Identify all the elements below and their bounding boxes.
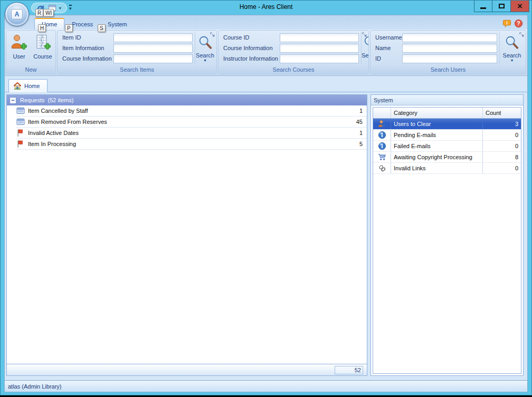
username-input[interactable] (402, 33, 497, 42)
requests-panel: − Requests (52 items) Item Cancelled by … (6, 94, 367, 376)
ribbon: User Course New (5, 30, 527, 76)
system-row-awaiting-copyright-processing[interactable]: Awaiting Copyright Processing 8 (373, 152, 521, 163)
status-user-label: atlas (Admin Library) (8, 383, 61, 390)
ribbon-group-search-courses: Course ID Course Information Instructor … (218, 30, 369, 74)
keytip-process: P (65, 24, 73, 32)
search-items-dropdown-icon: ▾ (204, 59, 206, 62)
requests-list: Item Cancelled by Staff 1 Item Removed F… (7, 105, 367, 364)
requests-count-label: (52 items) (48, 97, 73, 103)
group-label-search-users: Search Users (370, 66, 526, 74)
group-label-search-items: Search Items (58, 66, 216, 74)
requests-total: 52 (335, 366, 363, 374)
course-information-label2: Course Information (223, 45, 280, 51)
course-id-label: Course ID (223, 34, 280, 41)
group-label-new: New (6, 66, 55, 74)
flag-icon (16, 140, 25, 148)
system-row-invalid-links[interactable]: Invalid Links 0 (373, 163, 521, 174)
new-user-label: User (13, 53, 25, 60)
item-course-information-input[interactable] (113, 54, 193, 63)
request-row-item-removed-from-reserves[interactable]: Item Removed From Reserves 45 (16, 117, 367, 128)
help-icon[interactable]: ? (514, 19, 523, 28)
username-label: Username (375, 34, 402, 41)
ribbon-group-new: User Course New (6, 30, 56, 74)
info-icon (378, 131, 386, 139)
keytip-undo: R (35, 9, 43, 17)
requests-footer: 52 (7, 364, 367, 375)
id-input[interactable] (402, 54, 497, 63)
new-user-button[interactable]: User (8, 32, 30, 65)
instructor-information-label: Instructor Information (223, 55, 280, 62)
request-count: 5 (330, 141, 367, 147)
request-count: 1 (330, 130, 367, 136)
client-area: Home Process System ? (4, 15, 528, 392)
system-row-failed-emails[interactable]: Failed E-mails 0 (373, 141, 521, 152)
request-row-item-in-processing[interactable]: Item In Processing 5 (16, 139, 367, 150)
item-id-input[interactable] (113, 33, 193, 42)
close-icon: × (517, 2, 522, 11)
title-bar[interactable]: Home - Ares Client × (1, 1, 531, 15)
icon-column-header[interactable] (373, 108, 391, 119)
search-items-dialog-launcher-icon[interactable] (210, 32, 215, 37)
item-id-label: Item ID (62, 34, 113, 41)
minimize-button[interactable] (474, 1, 492, 12)
keytip-window: WI (43, 9, 54, 17)
close-button[interactable]: × (511, 1, 529, 12)
instructor-information-input[interactable] (280, 54, 359, 63)
customize-qat-icon[interactable]: ▾ (69, 5, 72, 11)
form-icon (16, 118, 25, 126)
search-courses-dialog-launcher-icon[interactable] (362, 32, 367, 37)
add-user-icon (11, 34, 27, 52)
ares-client-window: Home - Ares Client × A ▾ ▾ R WI H P (0, 0, 532, 397)
category-column-header[interactable]: Category (391, 108, 483, 119)
main-content: − Requests (52 items) Item Cancelled by … (5, 92, 527, 380)
system-header: System (371, 95, 523, 105)
minimize-icon (480, 7, 486, 9)
id-label: ID (375, 55, 402, 62)
ribbon-tab-row: Home Process System ? (5, 15, 527, 30)
keytip-system: S (98, 24, 106, 32)
document-tab-bar: Home (5, 79, 527, 92)
qat-dropdown-icon[interactable]: ▾ (59, 6, 61, 11)
ribbon-group-search-items: Item ID Item Information Course Informat… (57, 30, 217, 74)
ribbon-tab-system[interactable]: System (100, 18, 135, 30)
request-row-invalid-active-dates[interactable]: Invalid Active Dates 1 (16, 128, 367, 139)
maximize-icon (499, 4, 505, 8)
about-icon[interactable] (502, 19, 511, 28)
maximize-button[interactable] (492, 1, 511, 12)
system-table: Category Count Users to Clear 3 (373, 107, 521, 374)
keytip-home: H (38, 24, 46, 32)
user-check-icon (378, 120, 386, 128)
info-icon (378, 142, 386, 150)
svg-text:?: ? (517, 21, 520, 26)
add-course-icon (34, 34, 51, 52)
system-row-pending-emails[interactable]: Pending E-mails 0 (373, 130, 521, 141)
new-course-label: Course (33, 53, 52, 60)
count-column-header[interactable]: Count (483, 108, 521, 119)
item-information-input[interactable] (113, 44, 193, 53)
system-table-header: Category Count (373, 108, 521, 119)
requests-header: − Requests (52 items) (7, 95, 367, 105)
ribbon-group-search-users: Username Name ID (370, 30, 526, 74)
search-icon (504, 35, 520, 52)
requests-title: Requests (20, 97, 44, 103)
request-row-item-cancelled-by-staff[interactable]: Item Cancelled by Staff 1 (16, 105, 367, 117)
document-tab-home-label: Home (24, 83, 40, 89)
course-information-input[interactable] (280, 44, 359, 53)
application-menu-button[interactable]: A (5, 2, 29, 26)
request-count: 45 (330, 119, 367, 125)
collapse-requests-icon[interactable]: − (10, 97, 16, 104)
link-icon (378, 164, 386, 172)
request-count: 1 (330, 108, 367, 114)
course-id-input[interactable] (280, 33, 359, 42)
window-frame: Home - Ares Client × A ▾ ▾ R WI H P (0, 0, 532, 395)
name-input[interactable] (402, 44, 497, 53)
new-course-button[interactable]: Course (32, 32, 54, 65)
group-label-search-courses: Search Courses (218, 66, 368, 74)
item-information-label: Item Information (62, 45, 113, 51)
system-row-users-to-clear[interactable]: Users to Clear 3 (373, 119, 521, 130)
document-tab-home[interactable]: Home (8, 79, 48, 92)
search-users-dialog-launcher-icon[interactable] (519, 32, 525, 37)
window-controls: × (474, 1, 529, 12)
ribbon-help-area: ? (502, 19, 523, 28)
form-icon (16, 106, 25, 115)
